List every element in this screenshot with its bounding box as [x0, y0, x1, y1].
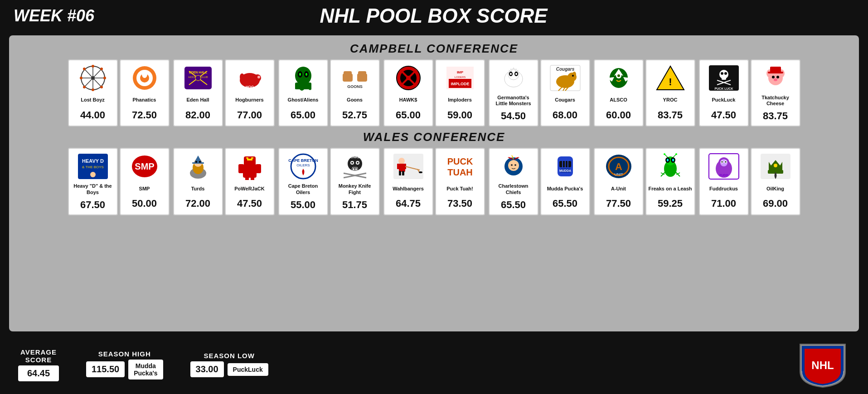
logo-yroc: ! — [652, 62, 689, 94]
logo-imploders: IMP LODERS IMPLODE — [442, 62, 478, 94]
svg-text:UNIT: UNIT — [614, 172, 623, 176]
svg-point-33 — [299, 73, 301, 76]
matchup-3: Ghost/Aliens 65.00 GOONS Goons 52.75 — [278, 59, 380, 126]
svg-point-56 — [510, 73, 512, 75]
logo-cape-breton: CAPE BRETON OILERS — [285, 151, 321, 182]
logo-germanotta — [495, 62, 532, 94]
team-card-monkey-knife-fight: MONKEY Monkey Knife Fight 51.75 — [330, 148, 380, 215]
name-cape-breton: Cape Breton Oilers — [280, 182, 326, 196]
season-high-label: SEASON HIGH — [98, 350, 151, 358]
svg-point-69 — [617, 74, 620, 77]
score-smp: 50.00 — [132, 195, 157, 211]
logo-eden-hall: EDEN HALL HOCKEY CLUB — [180, 62, 216, 94]
logo-mudda-pucka: MUDDA — [547, 151, 583, 182]
matchup-2: EDEN HALL HOCKEY CLUB Eden Hall 82.00 — [173, 59, 275, 126]
score-fuddruckus: 71.00 — [711, 195, 736, 211]
score-germanotta: 54.50 — [501, 107, 526, 124]
svg-point-85 — [772, 76, 775, 78]
matchup-4: HAWK$ 65.00 IMP LODERS IMPLODE Imploders… — [383, 59, 485, 126]
logo-ghost-aliens — [285, 62, 321, 94]
svg-point-27 — [240, 73, 244, 81]
team-card-a-unit: A UNIT A-Unit 77.50 — [594, 148, 644, 215]
name-turds: Turds — [190, 182, 206, 195]
score-puckluck: 47.50 — [711, 107, 736, 123]
season-high-block: SEASON HIGH 115.50 MuddaPucka's — [86, 350, 163, 379]
svg-point-57 — [515, 73, 517, 75]
score-ghost-aliens: 65.00 — [291, 107, 315, 123]
logo-puckluck: PUCK LUCK — [706, 62, 742, 94]
svg-text:PUCK LUCK: PUCK LUCK — [714, 87, 733, 90]
svg-point-11 — [100, 68, 103, 70]
svg-rect-103 — [238, 164, 244, 173]
svg-point-162 — [675, 153, 677, 155]
score-imploders: 59.00 — [447, 107, 472, 123]
logo-oilking — [757, 151, 794, 182]
score-a-unit: 77.50 — [606, 195, 631, 211]
svg-text:& THE BOYS: & THE BOYS — [82, 165, 104, 169]
header: WEEK #06 NHL POOL BOX SCORE — [0, 0, 868, 32]
name-puckluck: PuckLuck — [711, 94, 737, 107]
svg-point-134 — [419, 171, 422, 173]
svg-rect-109 — [246, 157, 248, 159]
svg-point-86 — [776, 76, 779, 78]
team-card-mudda-pucka: MUDDA Mudda Pucka's 65.50 — [540, 148, 590, 215]
logo-charlestown — [495, 151, 532, 182]
score-charlestown: 65.50 — [501, 196, 526, 213]
season-low-team: PuckLuck — [228, 363, 268, 376]
svg-rect-106 — [251, 178, 254, 180]
svg-point-63 — [572, 75, 574, 77]
svg-point-26 — [257, 76, 260, 78]
name-wahlbangers: Wahlbangers — [392, 182, 425, 195]
team-card-eden-hall: EDEN HALL HOCKEY CLUB Eden Hall 82.00 — [173, 59, 223, 126]
svg-rect-84 — [768, 72, 783, 73]
score-heavy-d: 67.50 — [80, 196, 105, 213]
score-alsco: 60.00 — [606, 107, 631, 123]
wales-matchup-4: Wahlbangers 64.75 PUCK TUAH Puck Tuah! 7… — [383, 148, 485, 215]
score-yroc: 83.75 — [658, 107, 683, 123]
svg-rect-119 — [352, 167, 358, 170]
svg-point-87 — [774, 78, 777, 81]
svg-rect-121 — [355, 168, 357, 170]
matchup-6: ALSCO 60.00 ! YROC 83.75 — [594, 59, 695, 126]
svg-point-6 — [92, 65, 94, 68]
svg-point-179 — [774, 164, 777, 167]
logo-lost-boyz — [75, 62, 111, 94]
logo-heavy-d: HEAVY D & THE BOYS — [75, 151, 111, 182]
svg-text:NHL: NHL — [811, 359, 834, 371]
svg-point-99 — [195, 161, 197, 163]
svg-text:FUDD: FUDD — [719, 174, 728, 177]
team-card-hawks: HAWK$ 65.00 — [383, 59, 433, 126]
team-card-tkatchucky: Tkatchucky Cheese 83.75 — [751, 59, 800, 126]
logo-monkey-knife-fight: MONKEY — [337, 151, 373, 182]
score-freaks-leash: 59.25 — [658, 195, 683, 211]
score-hogburners: 77.00 — [237, 107, 262, 123]
logo-phanatics — [126, 62, 163, 94]
matchup-5: Germanotta's Little Monsters 54.50 Couga… — [489, 59, 590, 126]
svg-point-117 — [351, 162, 353, 164]
logo-a-unit: A UNIT — [601, 151, 637, 182]
score-cape-breton: 55.00 — [291, 196, 315, 213]
logo-hawks — [390, 62, 427, 94]
logo-smp: SMP — [126, 151, 163, 182]
team-card-goons: GOONS Goons 52.75 — [330, 59, 380, 126]
logo-cougars: Cougars — [547, 62, 583, 94]
svg-point-12 — [83, 86, 86, 88]
svg-text:SMP: SMP — [135, 161, 154, 171]
name-phanatics: Phanatics — [132, 94, 157, 107]
svg-point-118 — [357, 162, 359, 164]
team-card-alsco: ALSCO 60.00 — [594, 59, 644, 126]
team-card-puckluck: PUCK LUCK PuckLuck 47.50 — [699, 59, 749, 126]
season-high-value: 115.50 — [86, 361, 125, 377]
svg-text:HEAVY D: HEAVY D — [82, 158, 104, 164]
logo-hogburners: HOG — [232, 62, 268, 94]
wales-matchup-1: HEAVY D & THE BOYS Heavy "D" & the Boys … — [68, 148, 170, 215]
team-card-smp: SMP SMP 50.00 — [120, 148, 170, 215]
score-wahlbangers: 64.75 — [396, 195, 421, 211]
svg-point-17 — [142, 71, 147, 78]
svg-rect-101 — [243, 164, 257, 178]
wales-matchup-2: Turds 72.00 — [173, 148, 275, 215]
team-card-yroc: ! YROC 83.75 — [645, 59, 695, 126]
campbell-matchups: Lost Boyz 44.00 Phanatics 72.50 — [15, 59, 853, 126]
week-label: WEEK #06 — [14, 6, 94, 25]
score-oilking: 69.00 — [763, 195, 788, 211]
